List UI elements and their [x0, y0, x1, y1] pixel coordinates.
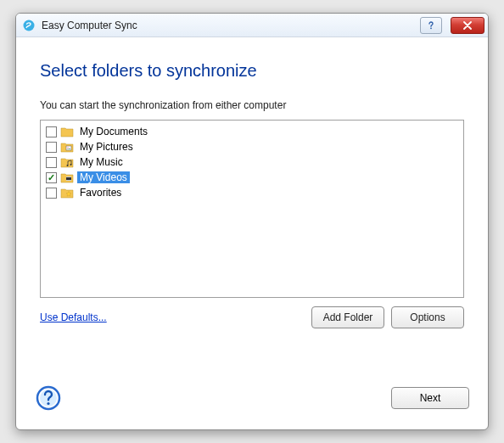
svg-rect-7: [66, 177, 71, 177]
list-item-label: My Videos: [77, 171, 130, 183]
checkbox[interactable]: [46, 142, 57, 153]
list-item[interactable]: My Videos: [46, 170, 458, 185]
list-item[interactable]: My Pictures: [46, 139, 458, 154]
add-folder-button[interactable]: Add Folder: [311, 306, 384, 328]
list-item[interactable]: Favorites: [46, 185, 458, 200]
folder-pic-icon: [60, 141, 74, 153]
svg-point-4: [67, 165, 69, 166]
help-icon[interactable]: [35, 384, 62, 412]
svg-point-3: [67, 147, 68, 148]
subtext: You can start the synchronization from e…: [40, 99, 464, 111]
close-button[interactable]: [451, 17, 484, 34]
use-defaults-link[interactable]: Use Defaults...: [40, 306, 107, 323]
options-button[interactable]: Options: [391, 306, 464, 328]
below-list-row: Use Defaults... Add Folder Options: [40, 306, 464, 328]
list-item[interactable]: My Documents: [46, 124, 458, 139]
svg-rect-2: [66, 146, 71, 150]
close-icon: [462, 21, 473, 30]
folder-star-icon: [60, 187, 74, 199]
next-button[interactable]: Next: [391, 387, 469, 409]
folder-icon: [60, 126, 74, 137]
titlebar: Easy Computer Sync: [16, 14, 488, 37]
checkbox[interactable]: [46, 172, 57, 183]
dialog-window: Easy Computer Sync Select folders to syn…: [15, 13, 489, 430]
folder-music-icon: [60, 156, 74, 168]
folder-video-icon: [60, 171, 74, 183]
page-title: Select folders to synchronize: [40, 61, 464, 81]
list-item-label: My Pictures: [77, 141, 136, 153]
list-item[interactable]: My Music: [46, 154, 458, 170]
list-item-label: My Music: [77, 156, 126, 168]
checkbox[interactable]: [46, 157, 57, 168]
svg-point-5: [70, 164, 72, 165]
list-item-label: Favorites: [77, 187, 124, 199]
svg-point-11: [47, 402, 49, 405]
app-icon: [21, 18, 36, 33]
checkbox[interactable]: [46, 188, 57, 199]
window-title: Easy Computer Sync: [42, 20, 137, 31]
svg-point-1: [430, 27, 432, 29]
list-item-label: My Documents: [77, 126, 150, 137]
checkbox[interactable]: [46, 126, 57, 137]
content-area: Select folders to synchronize You can st…: [16, 37, 488, 380]
footer: Next: [16, 380, 488, 429]
folder-list[interactable]: My DocumentsMy PicturesMy MusicMy Videos…: [40, 120, 464, 298]
svg-rect-8: [66, 180, 71, 181]
help-titlebar-icon: [426, 20, 436, 31]
titlebar-help-button[interactable]: [420, 17, 442, 34]
